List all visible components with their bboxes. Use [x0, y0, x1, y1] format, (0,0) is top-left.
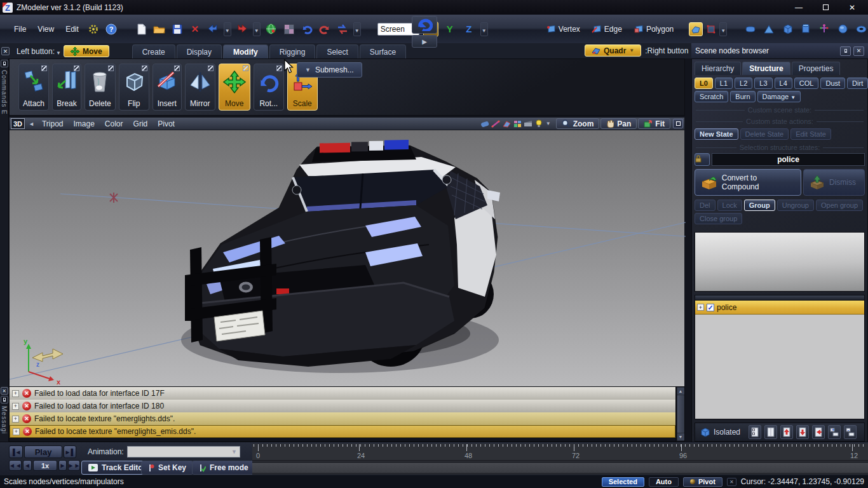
- pin-icon[interactable]: [1, 396, 8, 403]
- collapse-left-icon[interactable]: ◄: [29, 121, 34, 127]
- timeline[interactable]: 0 24 48 72 96 12: [252, 444, 868, 475]
- minimize-button[interactable]: —: [785, 0, 812, 15]
- primitive-cylinder-icon[interactable]: [799, 22, 813, 36]
- mode-dropdown[interactable]: ▼: [719, 22, 727, 36]
- scene-browser-header[interactable]: Scene nodes browser ✕: [691, 43, 868, 58]
- primitive-cube-icon[interactable]: [780, 22, 794, 36]
- viewport-maximize-icon[interactable]: [673, 119, 683, 128]
- clapper-icon[interactable]: [523, 119, 534, 128]
- polygon-mode-button[interactable]: Polygon: [630, 24, 677, 35]
- visibility-checkbox[interactable]: ✓: [707, 304, 714, 311]
- close-group-button[interactable]: Close group: [695, 213, 742, 224]
- flip-button[interactable]: Flip: [119, 64, 149, 111]
- expand-plus-icon[interactable]: +: [13, 428, 20, 435]
- free-mode-button[interactable]: Free mode: [192, 461, 255, 475]
- axis-z-button[interactable]: Z: [461, 22, 477, 37]
- list-plain-button[interactable]: [764, 425, 777, 439]
- move-button[interactable]: Move: [219, 64, 250, 111]
- primitive-cone-icon[interactable]: [762, 22, 776, 36]
- move-up-button[interactable]: [780, 425, 793, 439]
- commands-close-icon[interactable]: ✕: [1, 47, 10, 55]
- timeline-track[interactable]: [252, 463, 868, 473]
- viewport-menu-image[interactable]: Image: [74, 119, 95, 128]
- expand-corner-icon[interactable]: [174, 65, 180, 71]
- lod-dirt-button[interactable]: Dirt: [847, 78, 868, 89]
- scrollbar-thumb[interactable]: [677, 395, 684, 433]
- expand-corner-icon[interactable]: [276, 65, 282, 71]
- mirror-button[interactable]: Mirror: [185, 64, 215, 111]
- primitive-bones-icon[interactable]: [817, 22, 831, 36]
- close-button[interactable]: ✕: [839, 0, 865, 15]
- viewport-menu-pivot[interactable]: Pivot: [158, 119, 175, 128]
- move-down-button[interactable]: [796, 425, 809, 439]
- break-button[interactable]: Break: [52, 64, 81, 111]
- selected-mode-toggle[interactable]: Selected: [602, 477, 644, 487]
- group-button[interactable]: Group: [744, 200, 775, 211]
- primitive-sphere-icon[interactable]: [836, 22, 850, 36]
- menu-file[interactable]: File: [10, 23, 30, 36]
- export-icon[interactable]: [235, 22, 249, 36]
- vertex-mode-button[interactable]: Vertex: [542, 24, 584, 35]
- left-button-dropdown[interactable]: ▼: [56, 50, 61, 56]
- primitive-capsule-icon[interactable]: [743, 22, 757, 36]
- speed-button[interactable]: 1x: [33, 460, 57, 471]
- open-folder-icon[interactable]: [153, 22, 166, 36]
- state-name-field[interactable]: police: [712, 153, 865, 166]
- node-row-police[interactable]: + ✓ police: [695, 301, 864, 315]
- go-start-button[interactable]: ▐◄: [9, 445, 23, 458]
- attach-button[interactable]: Attach: [18, 64, 49, 111]
- wireframe-mode-button[interactable]: [704, 22, 718, 36]
- commands-bar-strip[interactable]: Commands E: [0, 58, 9, 386]
- tab-create[interactable]: Create: [132, 44, 175, 58]
- undo-icon[interactable]: [300, 22, 314, 36]
- refresh-icon[interactable]: [336, 22, 349, 36]
- lightbulb-icon[interactable]: [534, 119, 545, 128]
- tab-surface[interactable]: Surface: [360, 44, 406, 58]
- timeline-ruler[interactable]: 0 24 48 72 96 12: [252, 444, 868, 461]
- tab-structure[interactable]: Structure: [742, 62, 790, 75]
- facet-mode-icon[interactable]: [501, 119, 512, 128]
- expand-plus-icon[interactable]: +: [697, 304, 704, 311]
- open-group-button[interactable]: Open group: [816, 200, 863, 211]
- lod-col-button[interactable]: COL: [794, 78, 819, 89]
- lock-button[interactable]: Lock: [717, 200, 742, 211]
- delete-button[interactable]: Delete: [85, 64, 116, 111]
- scene-node-list[interactable]: + ✓ police: [695, 295, 865, 419]
- import-dropdown[interactable]: ▼: [224, 22, 231, 36]
- primitive-torus-icon[interactable]: [854, 22, 868, 36]
- menu-view[interactable]: View: [34, 23, 58, 36]
- damage-button[interactable]: Damage ▼: [757, 91, 801, 102]
- menu-edit[interactable]: Edit: [62, 23, 83, 36]
- message-row-selected[interactable]: + ✕ Failed to locate texture "emerglight…: [10, 425, 675, 438]
- axis-dropdown[interactable]: ▼: [480, 22, 488, 36]
- ungroup-button[interactable]: Ungroup: [777, 200, 814, 211]
- lock-state-button[interactable]: [695, 153, 710, 166]
- edit-state-button[interactable]: Edit State: [790, 128, 831, 140]
- rotate-button[interactable]: Rot...: [254, 64, 284, 111]
- insert-button[interactable]: Insert: [153, 64, 182, 111]
- expand-corner-icon[interactable]: [243, 65, 248, 71]
- settings-gear-icon[interactable]: [86, 22, 100, 36]
- right-button-tool[interactable]: Quadr ▼: [585, 44, 641, 57]
- tab-hierarchy[interactable]: Hierarchy: [695, 62, 741, 75]
- shade-mode-icon[interactable]: [480, 119, 491, 128]
- lod-dust-button[interactable]: Dust: [820, 78, 845, 89]
- expand-corner-icon[interactable]: [108, 65, 114, 71]
- scratch-button[interactable]: Scratch: [695, 91, 728, 102]
- pin-icon[interactable]: [840, 46, 851, 56]
- go-end-button[interactable]: ►▌: [64, 445, 76, 458]
- expand-plus-icon[interactable]: +: [12, 403, 19, 410]
- fit-button[interactable]: Fit: [638, 118, 670, 129]
- right-button-dropdown[interactable]: ▼: [629, 48, 634, 53]
- new-file-icon[interactable]: [135, 22, 149, 36]
- expand-corner-icon[interactable]: [142, 65, 147, 71]
- texture-view-icon[interactable]: [512, 119, 523, 128]
- lod-l1-button[interactable]: L1: [715, 78, 733, 89]
- expand-all-button[interactable]: +: [828, 425, 841, 439]
- dismiss-button[interactable]: Dismiss: [803, 169, 865, 196]
- convert-to-compound-button[interactable]: Convert to Compound: [695, 169, 801, 196]
- viewport-undo-button[interactable]: [412, 16, 437, 34]
- lod-l3-button[interactable]: L3: [754, 78, 772, 89]
- play-button[interactable]: Play: [24, 445, 62, 458]
- tab-display[interactable]: Display: [177, 44, 222, 58]
